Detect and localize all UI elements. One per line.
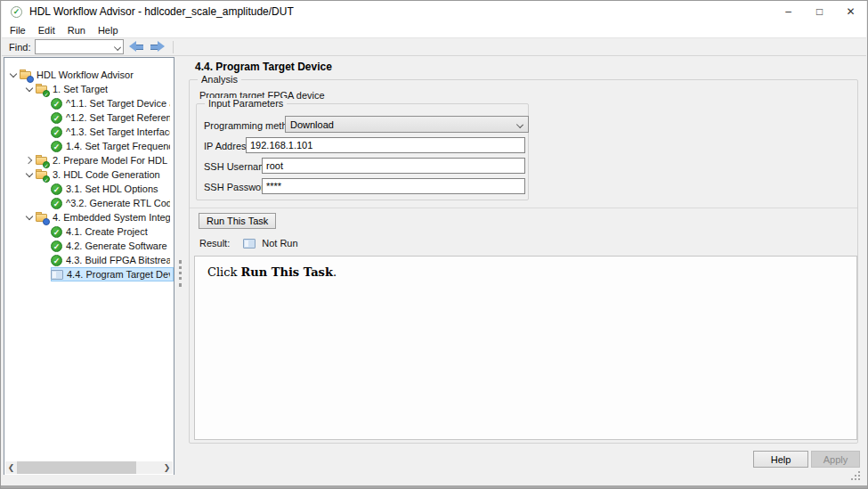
menu-help[interactable]: Help (92, 24, 125, 37)
chevron-spacer (40, 240, 51, 251)
task-check-icon: ✓ (51, 112, 62, 124)
task-check-icon: ✓ (51, 255, 62, 266)
tree-item-1-1-set-target-device-and-synthe[interactable]: ✓^1.1. Set Target Device and Synthe (4, 96, 174, 110)
ip-address-field[interactable] (246, 137, 525, 153)
tree-item-label: 1. Set Target (53, 84, 108, 94)
panel-splitter[interactable] (175, 57, 185, 476)
chevron-expanded-icon[interactable] (24, 212, 35, 223)
tree-item-4-3-build-fpga-bitstream[interactable]: ✓4.3. Build FPGA Bitstream (4, 253, 174, 267)
tree-horizontal-scrollbar[interactable]: ❮ ❯ (5, 461, 173, 474)
ssh-password-field[interactable] (262, 178, 525, 194)
advisor-folder-icon (19, 69, 33, 81)
ssh-username-field[interactable] (262, 158, 525, 174)
chevron-expanded-icon[interactable] (8, 69, 19, 80)
analysis-legend: Analysis (198, 74, 241, 85)
minimize-button[interactable]: – (773, 1, 804, 22)
tree-item-4-1-create-project[interactable]: ✓4.1. Create Project (4, 224, 174, 239)
chevron-spacer (40, 98, 51, 109)
tree-item-2-prepare-model-for-hdl-code-genera[interactable]: ✓2. Prepare Model For HDL Code Genera (4, 153, 174, 167)
tree-item-label: 4.1. Create Project (66, 226, 148, 237)
task-check-icon: ✓ (51, 98, 62, 110)
result-row: Result: Not Run (199, 238, 298, 249)
chevron-spacer (40, 198, 51, 208)
find-toolbar: Find: (2, 37, 866, 56)
forward-arrow-icon[interactable] (150, 41, 165, 53)
find-input[interactable] (37, 41, 110, 53)
chevron-expanded-icon[interactable] (24, 84, 35, 94)
scroll-right-icon[interactable]: ❯ (161, 461, 173, 474)
tree-item-3-1-set-hdl-options[interactable]: ✓3.1. Set HDL Options (4, 182, 174, 196)
apply-button[interactable]: Apply (811, 451, 860, 468)
tree-item-label: ^3.2. Generate RTL Code and IP Co (66, 198, 170, 208)
chevron-expanded-icon[interactable] (24, 169, 35, 180)
folder-check-icon: ✓ (35, 154, 49, 167)
tree-item-label: 1.4. Set Target Frequency (66, 141, 170, 151)
close-button[interactable]: ✕ (835, 1, 866, 22)
help-button[interactable]: Help (753, 451, 808, 468)
tree-item-label: ^1.2. Set Target Reference Design (66, 112, 170, 123)
find-combobox (35, 39, 124, 54)
chevron-down-icon[interactable] (114, 44, 121, 51)
chevron-spacer (40, 269, 51, 280)
tree-item-3-2-generate-rtl-code-and-ip-co[interactable]: ✓^3.2. Generate RTL Code and IP Co (4, 196, 174, 210)
chevron-spacer (40, 255, 51, 265)
task-check-icon: ✓ (51, 240, 62, 252)
resize-grip-icon[interactable] (852, 472, 860, 480)
back-arrow-icon[interactable] (129, 41, 144, 53)
window-controls: – □ ✕ (773, 1, 866, 22)
task-check-icon: ✓ (51, 183, 62, 195)
chevron-spacer (40, 141, 51, 151)
result-message: Click Run This Task. (207, 265, 856, 279)
result-label: Result: (199, 238, 230, 249)
hdl-workflow-advisor-window: ✓ HDL Workflow Advisor - hdlcoder_scale_… (0, 0, 868, 489)
tree-item-label: 4.2. Generate Software Interface (66, 240, 170, 251)
menu-bar: File Edit Run Help (2, 22, 866, 37)
integration-folder-icon (35, 211, 49, 224)
tree-item-label: HDL Workflow Advisor (37, 69, 134, 80)
menu-edit[interactable]: Edit (32, 24, 61, 37)
scroll-left-icon[interactable]: ❮ (5, 461, 17, 474)
result-message-area: Click Run This Task. (194, 256, 857, 440)
page-title: 4.4. Program Target Device (195, 61, 332, 73)
tree-item-label: ^1.3. Set Target Interface (66, 126, 170, 137)
chevron-spacer (40, 126, 51, 137)
splitter-handle-icon (179, 260, 182, 287)
tree-item-1-4-set-target-frequency[interactable]: ✓1.4. Set Target Frequency (4, 139, 174, 153)
result-status: Not Run (262, 238, 297, 249)
tree-item-hdl-workflow-advisor[interactable]: HDL Workflow Advisor (4, 68, 174, 82)
tree-item-1-set-target[interactable]: ✓1. Set Target (4, 82, 174, 96)
tree-item-1-3-set-target-interface[interactable]: ✓^1.3. Set Target Interface (4, 125, 174, 139)
workflow-check-icon: ✓ (11, 6, 22, 18)
folder-check-icon: ✓ (35, 168, 49, 181)
programming-method-value: Download (290, 119, 334, 130)
input-parameters-groupbox: Input Parameters Programming method: Dow… (196, 103, 529, 200)
tree-item-label: 4.4. Program Target Device (67, 269, 170, 280)
status-bar (2, 475, 866, 485)
run-this-task-button[interactable]: Run This Task (199, 213, 276, 229)
tree-item-4-4-program-target-device[interactable]: 4.4. Program Target Device (4, 267, 174, 281)
task-check-icon: ✓ (51, 226, 62, 238)
chevron-spacer (40, 183, 51, 194)
task-check-icon: ✓ (51, 141, 62, 152)
workflow-tree-panel: HDL Workflow Advisor✓1. Set Target✓^1.1.… (4, 57, 174, 476)
menu-run[interactable]: Run (61, 24, 92, 37)
chevron-down-icon (516, 121, 523, 128)
chevron-collapsed-icon[interactable] (24, 155, 35, 166)
input-parameters-legend: Input Parameters (205, 98, 287, 109)
tree-item-label: 4. Embedded System Integration (53, 212, 170, 223)
folder-check-icon: ✓ (35, 83, 49, 95)
tree-item-label: 2. Prepare Model For HDL Code Genera (53, 155, 170, 166)
scrollbar-thumb[interactable] (17, 461, 136, 474)
title-bar: ✓ HDL Workflow Advisor - hdlcoder_scale_… (2, 1, 866, 22)
tree-item-4-embedded-system-integration[interactable]: 4. Embedded System Integration (4, 210, 174, 224)
find-label: Find: (9, 42, 30, 53)
tree-item-label: ^1.1. Set Target Device and Synthe (66, 98, 170, 109)
maximize-button[interactable]: □ (804, 1, 835, 22)
tree-item-1-2-set-target-reference-design[interactable]: ✓^1.2. Set Target Reference Design (4, 110, 174, 125)
programming-method-select[interactable]: Download (285, 116, 529, 133)
task-check-icon: ✓ (51, 198, 62, 209)
tree-item-3-hdl-code-generation[interactable]: ✓3. HDL Code Generation (4, 167, 174, 182)
tree-item-4-2-generate-software-interface[interactable]: ✓4.2. Generate Software Interface (4, 239, 174, 253)
menu-file[interactable]: File (4, 24, 32, 37)
task-check-icon: ✓ (51, 126, 62, 138)
